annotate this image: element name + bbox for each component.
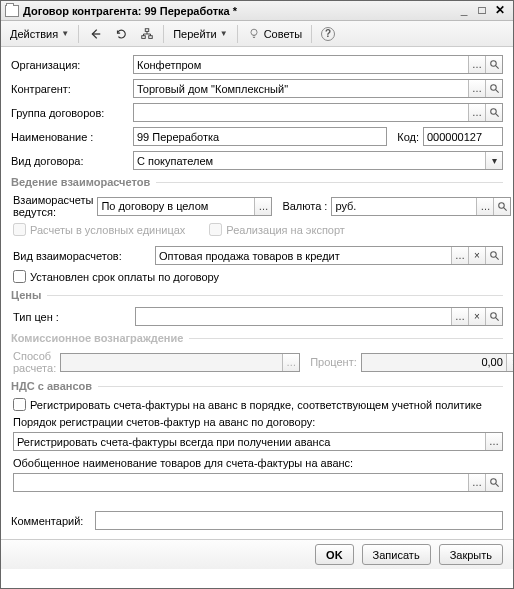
field-comment[interactable] — [95, 511, 503, 530]
input-counterparty[interactable] — [134, 80, 468, 97]
maximize-button[interactable]: □ — [473, 4, 491, 18]
label-code: Код: — [397, 131, 419, 143]
ellipsis-button: … — [282, 354, 299, 371]
input-code[interactable] — [424, 128, 502, 145]
field-kind[interactable]: ▾ — [133, 151, 503, 170]
checkbox-export — [209, 223, 222, 236]
cb-due-set[interactable]: Установлен срок оплаты по договору — [13, 270, 503, 283]
input-percent — [362, 354, 506, 371]
field-comm-method: … — [60, 353, 300, 372]
input-settlements-by[interactable] — [98, 198, 254, 215]
input-mutual-kind[interactable] — [156, 247, 451, 264]
ellipsis-button[interactable]: … — [468, 80, 485, 97]
actions-menu[interactable]: Действия ▼ — [5, 24, 74, 44]
row-vat-register: Регистрировать счета-фактуры на аванс в … — [11, 398, 503, 411]
magnifier-icon — [489, 477, 500, 488]
separator — [311, 25, 312, 43]
ellipsis-button[interactable]: … — [468, 474, 485, 491]
ellipsis-button[interactable]: … — [468, 104, 485, 121]
toolbar: Действия ▼ Перейти ▼ Советы ? — [1, 21, 513, 47]
save-button[interactable]: Записать — [362, 544, 431, 565]
input-comment[interactable] — [96, 512, 502, 529]
field-org[interactable]: … — [133, 55, 503, 74]
group-prices: Цены — [11, 289, 503, 301]
input-org[interactable] — [134, 56, 468, 73]
ellipsis-button[interactable]: … — [451, 247, 468, 264]
checkbox-vat-register[interactable] — [13, 398, 26, 411]
svg-point-8 — [490, 252, 496, 258]
input-vat-order[interactable] — [14, 433, 485, 450]
svg-point-6 — [490, 109, 496, 115]
magnifier-button[interactable] — [485, 247, 502, 264]
refresh-button[interactable] — [109, 24, 133, 44]
field-code[interactable] — [423, 127, 503, 146]
input-vat-generic[interactable] — [14, 474, 468, 491]
cb-usl-label: Расчеты в условных единицах — [30, 224, 185, 236]
label-settlements-by: Взаиморасчеты ведутся: — [13, 194, 93, 218]
row-mutual-kind: Вид взаиморасчетов: … × — [11, 246, 503, 265]
row-settlements-by: Взаиморасчеты ведутся: … Валюта : … — [11, 194, 503, 218]
field-mutual-kind[interactable]: … × — [155, 246, 503, 265]
back-button[interactable] — [83, 24, 107, 44]
close-button[interactable]: Закрыть — [439, 544, 503, 565]
clear-button[interactable]: × — [468, 308, 485, 325]
label-currency: Валюта : — [282, 200, 327, 212]
ellipsis-button[interactable]: … — [468, 56, 485, 73]
separator — [78, 25, 79, 43]
separator — [163, 25, 164, 43]
magnifier-button[interactable] — [493, 198, 510, 215]
input-group[interactable] — [134, 104, 468, 121]
magnifier-button[interactable] — [485, 56, 502, 73]
magnifier-button[interactable] — [485, 104, 502, 121]
field-price-type[interactable]: … × — [135, 307, 503, 326]
titlebar: Договор контрагента: 99 Переработка * _ … — [1, 1, 513, 21]
refresh-icon — [114, 27, 128, 41]
ellipsis-button[interactable]: … — [476, 198, 493, 215]
arrow-left-icon — [88, 27, 102, 41]
field-name[interactable] — [133, 127, 387, 146]
clear-button[interactable]: × — [468, 247, 485, 264]
close-window-button[interactable]: ✕ — [491, 4, 509, 18]
input-price-type[interactable] — [136, 308, 451, 325]
magnifier-button[interactable] — [485, 308, 502, 325]
cb-vat-register[interactable]: Регистрировать счета-фактуры на аванс в … — [13, 398, 503, 411]
magnifier-button[interactable] — [485, 80, 502, 97]
field-vat-generic[interactable]: … — [13, 473, 503, 492]
chevron-down-icon: ▼ — [61, 29, 69, 38]
help-button[interactable]: ? — [316, 24, 340, 44]
field-percent: ▲▼ — [361, 353, 514, 372]
group-settlements-title: Ведение взаиморасчетов — [11, 176, 150, 188]
field-counterparty[interactable]: … — [133, 79, 503, 98]
field-settlements-by[interactable]: … — [97, 197, 272, 216]
tips-button[interactable]: Советы — [242, 24, 307, 44]
input-currency[interactable] — [332, 198, 476, 215]
ellipsis-button[interactable]: … — [451, 308, 468, 325]
goto-label: Перейти — [173, 28, 217, 40]
label-comment: Комментарий: — [11, 515, 91, 527]
input-name[interactable] — [134, 128, 386, 145]
field-group[interactable]: … — [133, 103, 503, 122]
goto-menu[interactable]: Перейти ▼ — [168, 24, 233, 44]
row-usl-export: Расчеты в условных единицах Реализация н… — [11, 223, 503, 241]
row-name: Наименование : Код: — [11, 127, 503, 146]
magnifier-icon — [489, 83, 500, 94]
hierarchy-button[interactable] — [135, 24, 159, 44]
row-kind: Вид договора: ▾ — [11, 151, 503, 170]
label-comm-method: Способ расчета: — [13, 350, 56, 374]
field-currency[interactable]: … — [331, 197, 511, 216]
row-counterparty: Контрагент: … — [11, 79, 503, 98]
svg-rect-2 — [149, 35, 153, 38]
cb-vat-register-label: Регистрировать счета-фактуры на аванс в … — [30, 399, 482, 411]
field-vat-order[interactable]: … — [13, 432, 503, 451]
ok-button[interactable]: OK — [315, 544, 354, 565]
ellipsis-button[interactable]: … — [485, 433, 502, 450]
input-comm-method — [61, 354, 282, 371]
magnifier-button[interactable] — [485, 474, 502, 491]
minimize-button[interactable]: _ — [455, 4, 473, 18]
checkbox-due-set[interactable] — [13, 270, 26, 283]
row-due-set: Установлен срок оплаты по договору — [11, 270, 503, 283]
ellipsis-button[interactable]: … — [254, 198, 271, 215]
input-kind[interactable] — [134, 152, 485, 169]
magnifier-icon — [489, 59, 500, 70]
dropdown-button[interactable]: ▾ — [485, 152, 502, 169]
